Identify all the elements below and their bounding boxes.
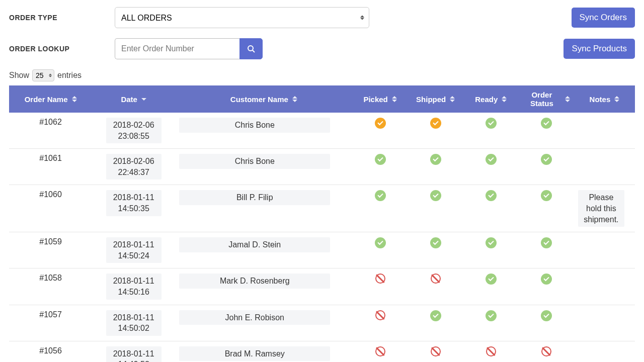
svg-point-0	[248, 46, 253, 51]
check-green-icon	[541, 310, 552, 321]
cell-ready	[463, 113, 519, 149]
prohibited-icon	[431, 346, 441, 356]
cell-order-name[interactable]: #1060	[9, 185, 92, 232]
order-lookup-label: ORDER LOOKUP	[9, 45, 115, 53]
check-green-icon	[430, 154, 441, 165]
sort-icon	[141, 98, 146, 101]
cell-ready	[463, 268, 519, 305]
prohibited-icon	[375, 346, 385, 356]
column-label: Notes	[590, 95, 611, 104]
cell-picked	[353, 113, 408, 149]
check-green-icon	[541, 274, 552, 285]
cell-order-name[interactable]: #1061	[9, 149, 92, 185]
cell-shipped	[408, 113, 463, 149]
cell-status	[519, 268, 574, 305]
table-row: #10562018-01-1114:49:52Brad M. Ramsey	[9, 341, 635, 362]
check-green-icon	[486, 310, 497, 321]
cell-date: 2018-02-0623:08:55	[92, 113, 175, 149]
column-header-orderName[interactable]: Order Name	[9, 85, 92, 113]
column-header-customer[interactable]: Customer Name	[175, 85, 352, 113]
check-orange-icon	[375, 118, 386, 129]
cell-ready	[463, 305, 519, 341]
cell-order-name[interactable]: #1057	[9, 305, 92, 341]
cell-picked	[353, 185, 408, 232]
cell-ready	[463, 149, 519, 185]
order-lookup-input[interactable]	[115, 38, 239, 59]
cell-date: 2018-01-1114:50:02	[92, 305, 175, 341]
orders-table: Order NameDateCustomer NamePickedShipped…	[9, 85, 635, 362]
column-label: Picked	[363, 95, 387, 104]
order-type-select-wrap: ALL ORDERS	[115, 7, 369, 28]
cell-ready	[463, 185, 519, 232]
column-header-shipped[interactable]: Shipped	[408, 85, 463, 113]
cell-ready	[463, 341, 519, 362]
column-label: Date	[121, 95, 137, 104]
column-header-notes[interactable]: Notes	[574, 85, 635, 113]
sort-icon	[450, 96, 455, 102]
column-header-ready[interactable]: Ready	[463, 85, 519, 113]
column-header-status[interactable]: Order Status	[519, 85, 574, 113]
table-header-row: Order NameDateCustomer NamePickedShipped…	[9, 85, 635, 113]
order-lookup-group	[115, 38, 263, 59]
cell-status	[519, 149, 574, 185]
sort-icon	[72, 96, 77, 102]
cell-status	[519, 341, 574, 362]
table-row: #10602018-01-1114:50:35Bill P. FilipPlea…	[9, 185, 635, 232]
cell-customer: Bill P. Filip	[175, 185, 352, 232]
sort-icon	[614, 96, 619, 102]
cell-order-name[interactable]: #1056	[9, 341, 92, 362]
check-green-icon	[375, 190, 386, 201]
cell-order-name[interactable]: #1058	[9, 268, 92, 305]
cell-date: 2018-02-0622:48:37	[92, 149, 175, 185]
order-type-select[interactable]: ALL ORDERS	[115, 7, 369, 28]
cell-status	[519, 305, 574, 341]
sort-icon	[392, 96, 397, 102]
cell-notes	[574, 341, 635, 362]
column-header-picked[interactable]: Picked	[353, 85, 408, 113]
cell-notes	[574, 113, 635, 149]
cell-shipped	[408, 232, 463, 268]
cell-notes: Please hold this shipment.	[574, 185, 635, 232]
check-green-icon	[541, 154, 552, 165]
check-green-icon	[375, 237, 386, 248]
cell-picked	[353, 341, 408, 362]
cell-picked	[353, 268, 408, 305]
cell-notes	[574, 149, 635, 185]
check-green-icon	[541, 190, 552, 201]
column-label: Customer Name	[230, 95, 288, 104]
cell-shipped	[408, 149, 463, 185]
table-row: #10592018-01-1114:50:24Jamal D. Stein	[9, 232, 635, 268]
cell-notes	[574, 232, 635, 268]
cell-status	[519, 185, 574, 232]
cell-shipped	[408, 341, 463, 362]
sync-products-button[interactable]: Sync Products	[564, 39, 635, 59]
cell-status	[519, 232, 574, 268]
check-green-icon	[430, 310, 441, 321]
cell-status	[519, 113, 574, 149]
check-orange-icon	[430, 118, 441, 129]
check-green-icon	[486, 274, 497, 285]
cell-customer: Mark D. Rosenberg	[175, 268, 352, 305]
search-button[interactable]	[239, 38, 263, 59]
check-green-icon	[430, 190, 441, 201]
cell-shipped	[408, 185, 463, 232]
svg-line-1	[253, 50, 255, 52]
cell-order-name[interactable]: #1059	[9, 232, 92, 268]
sort-icon	[292, 96, 297, 102]
check-green-icon	[486, 118, 497, 129]
check-green-icon	[430, 237, 441, 248]
cell-order-name[interactable]: #1062	[9, 113, 92, 149]
sync-orders-button[interactable]: Sync Orders	[572, 8, 635, 28]
entries-select[interactable]: 25	[32, 69, 54, 81]
column-label: Shipped	[416, 95, 446, 104]
cell-customer: Brad M. Ramsey	[175, 341, 352, 362]
prohibited-icon	[486, 346, 496, 356]
sort-icon	[565, 96, 570, 102]
prohibited-icon	[541, 346, 551, 356]
entries-row: Show 25 entries	[9, 69, 635, 81]
cell-customer: Chris Bone	[175, 149, 352, 185]
column-label: Ready	[475, 95, 498, 104]
column-label: Order Name	[25, 95, 68, 104]
search-icon	[247, 45, 255, 53]
column-header-date[interactable]: Date	[92, 85, 175, 113]
